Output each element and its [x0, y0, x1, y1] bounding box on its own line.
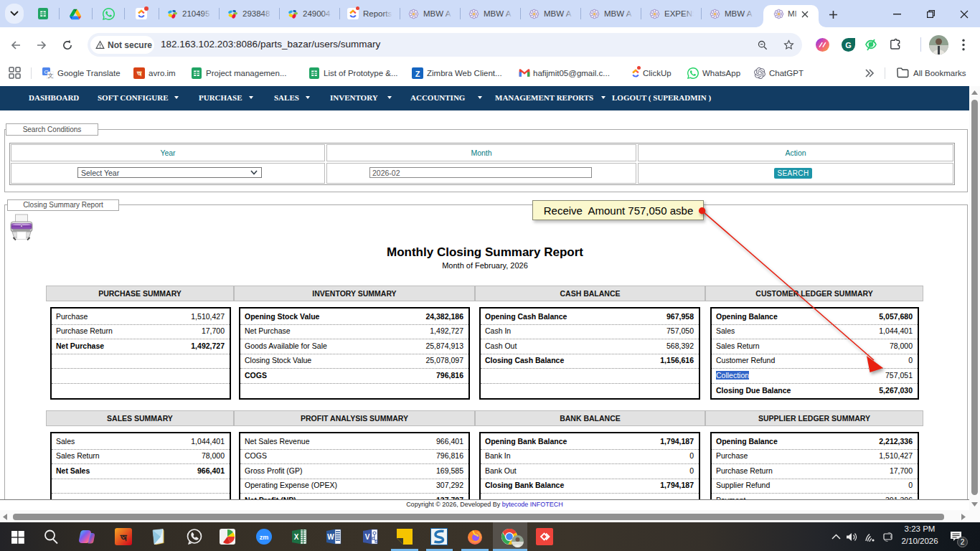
svg-text:X: X [294, 533, 299, 541]
svg-text:文: 文 [48, 72, 54, 79]
svg-text:অ: অ [136, 70, 142, 77]
svg-text:অ: অ [120, 532, 128, 543]
svg-text:zm: zm [260, 534, 269, 541]
svg-text:G: G [845, 41, 852, 50]
svg-text:W: W [327, 533, 334, 541]
svg-text:V: V [365, 533, 370, 541]
svg-text:Z: Z [415, 70, 420, 78]
